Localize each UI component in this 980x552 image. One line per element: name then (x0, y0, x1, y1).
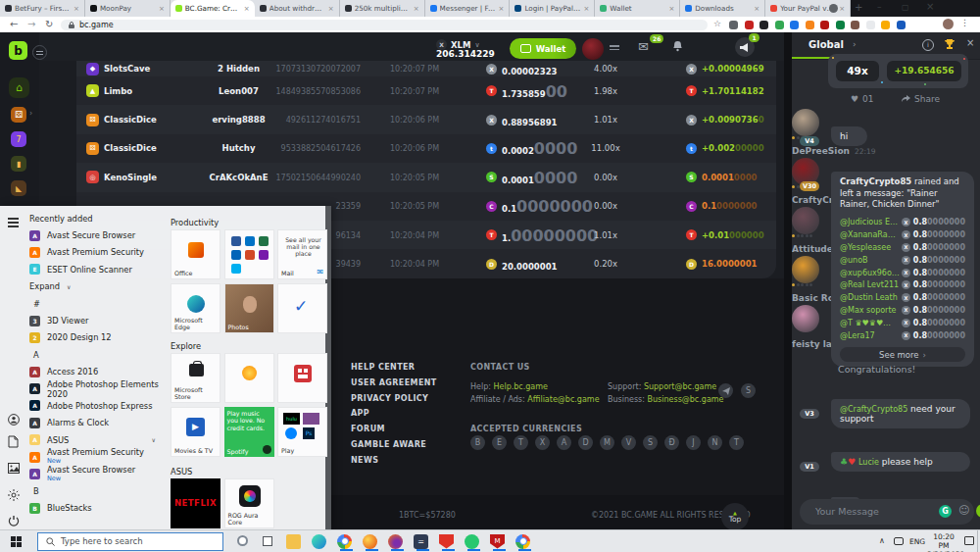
task-view-icon[interactable] (263, 536, 272, 546)
remote-tool-icon[interactable] (465, 534, 479, 551)
chat-send-button[interactable] (976, 504, 980, 518)
browser-tab[interactable]: About withdraw. | B× (255, 0, 340, 17)
extension-icon[interactable] (760, 21, 768, 29)
clock[interactable]: 10:20 PM 3/29/2021 (927, 532, 960, 552)
tile-rog[interactable]: ROG Aura Core (224, 478, 274, 528)
edge-icon[interactable] (312, 534, 326, 551)
wallet-button[interactable]: Wallet (510, 38, 576, 59)
bcgame-logo[interactable]: b (9, 41, 27, 60)
see-more-button[interactable]: See more› (840, 347, 965, 362)
tile-spotify[interactable]: Play music you love. No credit cards.Spo… (224, 407, 274, 457)
refresh-icon[interactable]: ↻ (45, 19, 53, 29)
tile-todo[interactable]: ✓ (277, 283, 327, 333)
games-dice-icon[interactable]: ⚄ (11, 107, 26, 123)
chrome-icon[interactable] (337, 534, 352, 551)
tile-play[interactable]: huluPsPlay (277, 407, 327, 457)
like-button[interactable]: ♥01 (851, 94, 874, 104)
secure-browser-icon[interactable] (515, 534, 530, 551)
avatar[interactable] (792, 305, 819, 332)
avast-shield-icon[interactable] (439, 534, 454, 551)
extension-icon[interactable] (866, 21, 875, 29)
tab-close-icon[interactable]: × (414, 5, 419, 13)
footer-link[interactable]: HELP CENTER (351, 363, 437, 378)
contact-link[interactable]: Business@bc.game (648, 395, 724, 404)
table-row[interactable]: ▲LimboLeon0071484938557085308610:20:07 P… (76, 76, 776, 105)
games-expand-icon[interactable]: › (29, 109, 32, 118)
start-app-item[interactable]: AASUS∨ (29, 431, 162, 448)
profile-avatar[interactable] (943, 19, 954, 29)
crash-icon[interactable]: ▮ (11, 156, 26, 172)
firefox-icon[interactable] (363, 534, 377, 551)
trophy-icon[interactable] (944, 38, 956, 50)
tile-weather[interactable] (224, 353, 274, 403)
tile-office[interactable]: Office (171, 229, 220, 279)
rain-username[interactable]: @Real Levt211 (840, 280, 902, 289)
avatar[interactable] (792, 256, 819, 283)
start-app-item[interactable]: AAlarms & Clock (29, 415, 162, 431)
tile-movies[interactable]: ▶Movies & TV (171, 407, 220, 457)
tab-close-icon[interactable]: × (328, 5, 334, 13)
bet-id[interactable]: 9533882504617426 (204, 144, 361, 153)
chat-input[interactable]: Your Message G ☺ (800, 499, 974, 525)
chat-channel-expand-icon[interactable]: › (853, 39, 857, 49)
slots-icon[interactable]: 7 (11, 131, 26, 147)
tab-close-icon[interactable]: × (244, 5, 250, 13)
avatar[interactable] (792, 109, 819, 136)
browser-tab[interactable]: MoonPay× (85, 0, 171, 17)
scroll-top-button[interactable]: ▲ Top (721, 503, 749, 529)
rain-username[interactable]: @Max soporte (840, 306, 902, 315)
tab-search-icon[interactable] (829, 4, 838, 13)
tile-store[interactable]: Microsoft Store (171, 353, 220, 403)
mail-icon[interactable]: ✉ (638, 39, 649, 54)
browser-tab[interactable]: BetFury – First i-Ga× (0, 0, 85, 17)
tile-officeapps[interactable] (224, 229, 274, 279)
footer-link[interactable]: PRIVACY POLICY (351, 394, 437, 410)
start-app-item[interactable]: AAdobe Photoshop Elements 2020 (29, 380, 162, 397)
browser-tab[interactable]: Messenger | Face× (425, 0, 511, 17)
start-app-item[interactable]: AAccess 2016 (29, 364, 162, 380)
rain-username[interactable]: @T ♛♥♛♥… (840, 319, 902, 327)
extension-icon[interactable] (881, 21, 890, 29)
chat-username[interactable]: DePreeSion (792, 146, 850, 156)
tab-close-icon[interactable]: × (668, 5, 674, 13)
footer-link[interactable]: APP (351, 409, 437, 425)
start-app-item[interactable]: AAvast Premium Security (29, 244, 162, 261)
rain-username[interactable]: @Judicious Essie (840, 218, 902, 226)
extension-icon[interactable] (745, 21, 754, 29)
power-icon[interactable] (8, 515, 20, 527)
avatar[interactable] (792, 207, 819, 234)
avast-browser-icon[interactable] (388, 534, 403, 551)
extension-icon[interactable] (729, 21, 738, 29)
chat-channel-tab[interactable]: Global (808, 39, 844, 50)
window-minimize-button[interactable]: – (877, 2, 882, 12)
notification-center-icon[interactable] (964, 536, 974, 545)
browser-tab[interactable]: Downloads× (680, 0, 765, 17)
window-maximize-button[interactable]: ▢ (902, 3, 909, 12)
tile-mail[interactable]: See all your mail in one place✉Mail (277, 229, 327, 279)
tab-close-icon[interactable]: × (839, 5, 845, 13)
sports-icon[interactable]: ◣ (11, 180, 26, 196)
browser-tab[interactable]: 250k multiplier - S× (340, 0, 425, 17)
extension-icon[interactable] (775, 21, 784, 29)
table-row[interactable]: ◎KenoSingleCrAKcOkAnE1750215064499024010… (76, 163, 776, 191)
bet-id[interactable]: 17502150644990240 (204, 173, 361, 181)
bet-id[interactable]: 17073130720072007 (204, 65, 361, 74)
tile-edge[interactable]: Microsoft Edge (171, 283, 220, 333)
extension-icon[interactable] (806, 21, 814, 29)
ime-icon[interactable] (894, 537, 904, 545)
taskbar-search[interactable]: Type here to search (37, 532, 223, 551)
bookmark-star-icon[interactable]: ☆ (713, 19, 721, 28)
tab-close-icon[interactable]: × (159, 5, 165, 13)
browser-tab[interactable]: BC.Game: Crypto C× (171, 0, 255, 17)
bell-icon[interactable] (672, 40, 683, 52)
start-app-item[interactable]: AAvast Premium SecurityNew (29, 448, 162, 465)
skype-icon[interactable]: S (741, 383, 756, 398)
tray-chevron-icon[interactable]: ∧ (879, 536, 885, 545)
rain-username[interactable]: @Lera17 (840, 331, 902, 340)
bet-id[interactable]: 14849385570853086 (204, 86, 361, 95)
documents-icon[interactable] (8, 435, 19, 448)
file-explorer-icon[interactable] (286, 534, 301, 551)
bet-id[interactable]: 492611274016751 (204, 116, 361, 125)
table-row[interactable]: ⚄ClassicDiceerving888849261127401675110:… (76, 105, 776, 133)
rain-username[interactable]: @Dustin Leath (840, 293, 902, 302)
